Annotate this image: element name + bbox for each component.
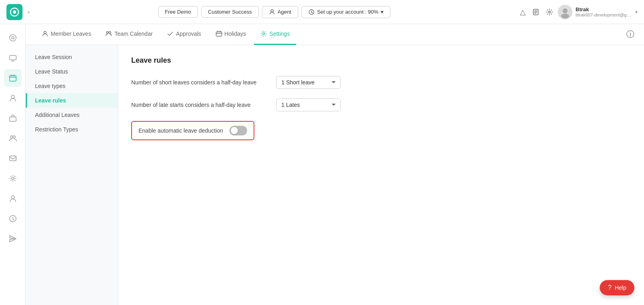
svg-point-15 (13, 136, 15, 138)
svg-point-6 (563, 8, 568, 13)
avatar-chevron-icon: ▾ (635, 9, 638, 15)
svg-point-20 (44, 31, 46, 34)
sidebar-additional-leaves[interactable]: Additional Leaves (26, 108, 118, 122)
svg-point-4 (549, 11, 551, 13)
help-button[interactable]: ? Help (600, 280, 634, 295)
avatar-info: Btrak btrak607-development@gm... (576, 6, 632, 17)
sidebar-item-clock[interactable] (4, 210, 22, 227)
sidebar-item-tv[interactable] (4, 49, 22, 67)
header-center: Free Demo Customer Success Agent Set up … (158, 6, 391, 18)
sidebar-item-person[interactable] (4, 89, 22, 107)
holidays-icon (216, 31, 222, 37)
svg-rect-23 (216, 32, 222, 36)
svg-point-7 (561, 14, 569, 18)
alert-icon[interactable]: △ (520, 8, 526, 16)
svg-rect-16 (10, 156, 16, 161)
svg-point-18 (11, 196, 14, 199)
auto-deduction-toggle[interactable] (229, 126, 247, 135)
svg-point-12 (11, 95, 14, 98)
svg-point-14 (10, 136, 13, 138)
user-email: btrak607-development@gm... (576, 12, 632, 17)
settings-icon (260, 31, 267, 37)
toggle-label: Enable automatic leave deduction (138, 127, 223, 134)
approvals-icon (167, 31, 173, 37)
sidebar-item-dashboard[interactable] (4, 29, 22, 47)
svg-point-8 (10, 35, 16, 41)
rule2-label: Number of late starts considers a half-d… (131, 102, 276, 108)
page-title: Leave rules (131, 56, 631, 65)
content-area: Leave Session Leave Status Leave types L… (26, 45, 644, 305)
svg-rect-10 (10, 55, 16, 60)
logo-chevron-icon: » (27, 9, 30, 15)
tab-team-calendar[interactable]: Team Calendar (99, 24, 159, 45)
svg-point-22 (109, 32, 111, 34)
sidebar-item-user2[interactable] (4, 190, 22, 207)
setup-button[interactable]: Set up your account : 90% ▾ (301, 6, 390, 18)
rule-late-starts: Number of late starts considers a half-d… (131, 98, 631, 111)
rule-short-leaves: Number of short leaves considers a half-… (131, 76, 631, 89)
page-content: Leave rules Number of short leaves consi… (118, 45, 644, 305)
sidebar-restriction-types[interactable]: Restriction Types (26, 122, 118, 137)
tab-approvals[interactable]: Approvals (161, 24, 207, 45)
gear-icon[interactable] (546, 8, 553, 16)
sidebar-item-calendar[interactable] (4, 69, 22, 87)
svg-point-21 (107, 32, 109, 34)
top-header: » Free Demo Customer Success Agent Set u… (0, 0, 644, 24)
sidebar-item-send[interactable] (4, 230, 22, 248)
sidebar-item-group[interactable] (4, 129, 22, 147)
avatar (558, 5, 572, 19)
tab-holidays[interactable]: Holidays (209, 24, 253, 45)
help-btn-icon: ? (608, 284, 611, 291)
rule1-select[interactable]: 1 Short leave 2 Short leaves 3 Short lea… (276, 76, 341, 89)
agent-button[interactable]: Agent (262, 6, 298, 18)
member-leaves-icon (42, 31, 48, 37)
app-logo[interactable] (6, 4, 23, 20)
secondary-sidebar: Leave Session Leave Status Leave types L… (26, 45, 118, 305)
customer-success-button[interactable]: Customer Success (201, 6, 259, 18)
toggle-row: Enable automatic leave deduction (131, 121, 254, 140)
app-layout: Member Leaves Team Calendar Approvals (0, 24, 644, 305)
sidebar-leave-session[interactable]: Leave Session (26, 50, 118, 64)
svg-point-1 (13, 10, 16, 14)
rule1-label: Number of short leaves considers a half-… (131, 79, 276, 86)
svg-point-9 (12, 37, 14, 39)
agent-icon (269, 9, 275, 15)
svg-point-24 (263, 33, 265, 35)
svg-rect-11 (10, 76, 16, 81)
sidebar-item-mail[interactable] (4, 149, 22, 167)
svg-rect-13 (10, 117, 16, 121)
main-area: Member Leaves Team Calendar Approvals (26, 24, 644, 305)
sidebar-leave-types[interactable]: Leave types (26, 79, 118, 93)
tab-member-leaves[interactable]: Member Leaves (35, 24, 97, 45)
team-calendar-icon (105, 31, 112, 37)
user-avatar-section[interactable]: Btrak btrak607-development@gm... ▾ (558, 5, 638, 19)
chevron-down-icon: ▾ (381, 9, 384, 15)
sidebar-item-settings[interactable] (4, 170, 22, 187)
help-icon[interactable]: ⓘ (626, 29, 634, 40)
sidebar-left (0, 24, 26, 305)
sidebar-leave-rules[interactable]: Leave rules (26, 93, 118, 108)
nav-tabs: Member Leaves Team Calendar Approvals (26, 24, 644, 45)
document-icon[interactable] (532, 8, 539, 16)
user-name: Btrak (576, 6, 632, 12)
setup-icon (308, 9, 315, 15)
header-icons: △ (520, 8, 553, 16)
free-demo-button[interactable]: Free Demo (158, 6, 198, 18)
svg-point-17 (12, 177, 14, 180)
sidebar-leave-status[interactable]: Leave Status (26, 64, 118, 79)
sidebar-item-briefcase[interactable] (4, 109, 22, 127)
tab-settings[interactable]: Settings (254, 24, 296, 45)
rule2-select[interactable]: 1 Lates 2 Lates 3 Lates (276, 98, 341, 111)
